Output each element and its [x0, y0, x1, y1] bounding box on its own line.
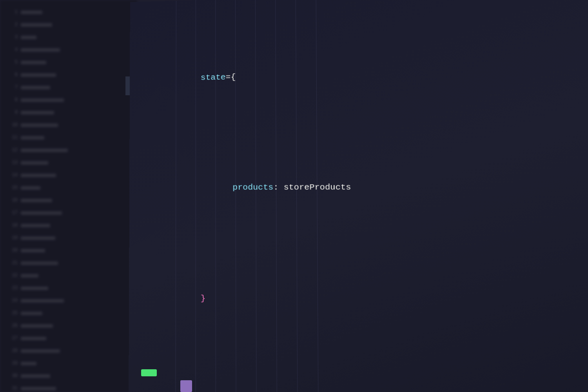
bottom-purple-element	[180, 380, 192, 392]
code-line-1: state={	[142, 49, 454, 102]
code-token: state	[201, 73, 226, 82]
code-token: products	[232, 183, 273, 192]
code-viewport: state={ products: storeProducts } render…	[129, 0, 588, 392]
code-line-3: }	[141, 274, 457, 327]
code-token: }	[201, 294, 206, 303]
code-content: state={ products: storeProducts } render…	[129, 0, 498, 392]
code-line-2: products: storeProducts	[141, 163, 456, 212]
editor-container: 1 2 3 4 5 6 7 8 9 10 11 12 13 14 15 16 1…	[0, 0, 588, 392]
left-sidebar-panel: 1 2 3 4 5 6 7 8 9 10 11 12 13 14 15 16 1…	[0, 0, 137, 392]
sidebar-code-lines: 1 2 3 4 5 6 7 8 9 10 11 12 13 14 15 16 1…	[0, 0, 137, 392]
bottom-green-element	[141, 369, 157, 376]
